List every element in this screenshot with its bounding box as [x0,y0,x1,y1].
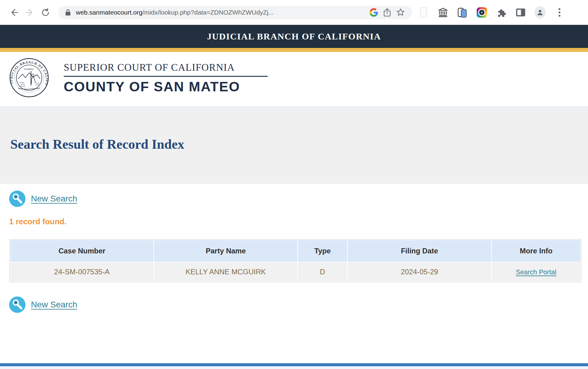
new-search-bottom: New Search [9,296,588,313]
table-header-row: Case Number Party Name Type Filing Date … [10,240,580,262]
address-bar[interactable]: web.sanmateocourt.org/midx/lookup.php?da… [58,6,412,19]
court-title-block: SUPERIOR COURT OF CALIFORNIA COUNTY OF S… [64,58,268,106]
result-count: 1 record found. [9,217,588,226]
browser-menu-button[interactable] [554,7,565,18]
camera-extension-button[interactable] [476,7,487,18]
cell-case-number: 24-SM-007535-A [10,262,154,281]
share-button[interactable] [380,6,394,19]
cell-party-name: KELLY ANNE MCGUIRK [154,262,297,281]
court-seal-icon: JUDICIAL BRANCH OF CALIFORNIA EUREKA [9,58,49,98]
search-portal-link[interactable]: Search Portal [516,268,556,276]
header-type: Type [298,240,347,262]
court-logo-header: JUDICIAL BRANCH OF CALIFORNIA EUREKA SUP… [0,52,588,106]
page-heading-band: Search Result of Record Index [0,106,588,184]
cell-more-info: Search Portal [492,262,580,281]
bank-extension-icon [438,7,448,18]
banner-title: JUDICIAL BRANCH OF CALIFORNIA [207,31,381,42]
phone-extension-icon [457,7,468,18]
results-content: New Search 1 record found. Case Number P… [0,184,588,363]
url-text: web.sanmateocourt.org/midx/lookup.php?da… [76,9,367,16]
profile-avatar-icon [535,6,546,19]
footer-blue-bar [0,363,588,366]
bookmark-button[interactable] [394,6,407,19]
bookmark-star-icon [396,8,405,17]
results-table: Case Number Party Name Type Filing Date … [9,239,581,282]
reload-icon [41,8,50,17]
back-button[interactable] [6,5,22,20]
seal-motto: EUREKA [24,68,34,70]
browser-toolbar: web.sanmateocourt.org/midx/lookup.php?da… [0,0,588,25]
google-favicon [370,8,378,17]
judicial-branch-banner: JUDICIAL BRANCH OF CALIFORNIA [0,25,588,48]
pale-extension-button[interactable] [418,7,429,18]
court-title-line2: COUNTY OF SAN MATEO [64,79,268,95]
court-title-line1: SUPERIOR COURT OF CALIFORNIA [64,62,268,73]
google-favicon-button[interactable] [367,6,380,19]
bank-extension-button[interactable] [438,7,448,18]
header-case-number: Case Number [10,240,154,262]
gold-accent-bar [0,48,588,52]
page-title: Search Result of Record Index [10,137,588,152]
footer-strip [0,366,588,369]
back-icon [9,8,19,17]
url-domain: web.sanmateocourt.org [76,9,142,16]
reload-button[interactable] [38,5,53,20]
new-search-link[interactable]: New Search [31,300,77,310]
new-search-link[interactable]: New Search [31,194,77,204]
forward-icon [25,8,34,17]
profile-button[interactable] [535,7,546,18]
header-more-info: More Info [492,240,580,262]
header-party-name: Party Name [154,240,297,262]
new-search-top: New Search [9,191,588,207]
forward-button[interactable] [22,5,38,20]
menu-dots-icon [558,8,561,17]
cell-type: D [298,262,347,281]
extensions-button[interactable] [496,7,507,18]
search-icon[interactable] [9,191,25,207]
cell-filing-date: 2024-05-29 [348,262,491,281]
pale-extension-icon [420,7,427,18]
table-row: 24-SM-007535-A KELLY ANNE MCGUIRK D 2024… [10,262,580,281]
extensions-puzzle-icon [496,7,506,18]
phone-extension-button[interactable] [457,7,468,18]
share-icon [383,8,391,17]
header-filing-date: Filing Date [348,240,491,262]
side-panel-button[interactable] [515,7,526,18]
title-divider [64,76,268,77]
browser-extensions-area [418,7,565,18]
url-path: /midx/lookup.php?data=ZDNOZWhZWUdyZj... [142,9,273,16]
search-icon[interactable] [9,296,25,313]
camera-extension-icon [477,7,487,18]
lock-icon [65,9,71,16]
side-panel-icon [515,8,526,17]
